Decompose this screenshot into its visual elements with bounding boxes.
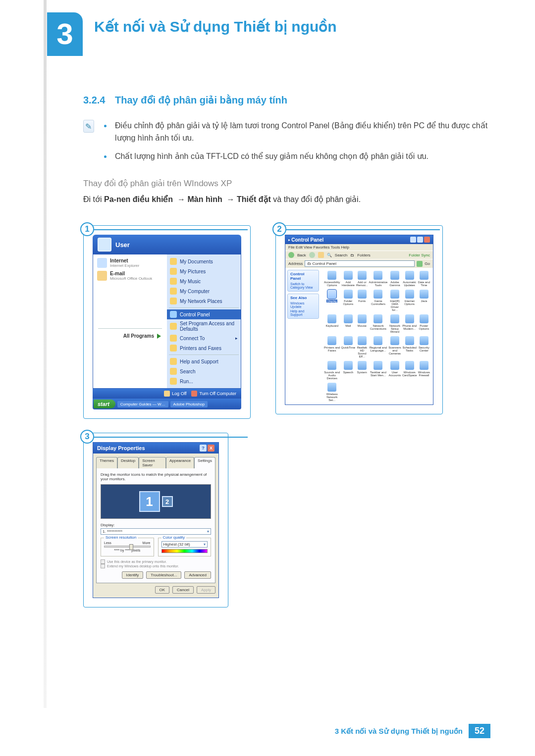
up-icon[interactable] [318,252,324,258]
log-off-button[interactable]: Log Off [164,391,186,397]
applet-icon [344,314,353,323]
ok-button[interactable]: OK [155,586,170,594]
start-menu-item[interactable]: Run... [167,376,241,386]
control-panel-icon[interactable]: Speech [341,361,355,380]
tab-desktop[interactable]: Desktop [117,457,139,468]
start-menu-item[interactable]: Connect To▸ [167,333,241,343]
color-preview [161,549,208,553]
control-panel-icon[interactable]: Automatic Updates [402,271,417,287]
control-panel-icon[interactable]: Add Hardware [341,271,355,287]
applet-icon [390,336,399,345]
all-programs[interactable]: All Programs [96,330,164,342]
taskbar-item[interactable]: Adobe Photoshop [170,401,208,407]
control-panel-icon[interactable]: Game Controllers [369,290,388,311]
tab-themes[interactable]: Themes [96,457,117,468]
back-icon[interactable] [288,252,294,258]
control-panel-icon[interactable]: Network Setup Wizard [388,314,401,333]
start-menu-item[interactable]: Search [167,366,241,376]
identify-button[interactable]: Identify [122,571,144,579]
control-panel-icon[interactable]: Sounds and Audio Devices [324,361,340,380]
start-menu-item[interactable]: Help and Support [167,356,241,366]
start-menu-item[interactable]: Printers and Faxes [167,343,241,353]
monitor-2[interactable]: 2 [162,496,173,507]
start-menu-item[interactable]: My Pictures [167,266,241,276]
close-button[interactable] [424,237,430,243]
start-menu-item[interactable]: My Documents [167,256,241,266]
start-menu: User InternetInternet Explorer E-m [93,235,241,409]
control-panel-icon[interactable]: Display [324,290,340,311]
start-menu-item[interactable]: Control Panel [167,309,241,319]
info-icon: ✎ [83,120,94,133]
control-panel-icon[interactable]: Administrative Tools [369,271,388,287]
control-panel-icon[interactable]: Fonts [356,290,368,311]
start-button[interactable]: start [94,400,115,408]
advanced-button[interactable]: Advanced [184,571,211,579]
control-panel-icon[interactable]: Intel(R) GMA Driver for... [388,290,401,311]
control-panel-icon[interactable]: Security Center [418,336,430,358]
control-panel-icon[interactable]: Realtek HD Sound Eff... [356,336,368,358]
help-button[interactable]: ? [200,445,207,452]
display-select[interactable]: 1. ********** ▾ [101,528,211,535]
monitor-1[interactable]: 1 [139,491,160,512]
start-menu-item[interactable]: My Music [167,276,241,286]
folder-icon [170,358,177,365]
control-panel-icon[interactable]: Add or Remov... [356,271,368,287]
control-panel-icon[interactable]: Accessibility Options [324,271,340,287]
side-pane-link[interactable]: Switch to Category View [290,282,316,290]
tab-settings[interactable]: Settings [194,457,215,468]
pinned-internet[interactable]: InternetInternet Explorer [96,256,164,269]
control-panel-icon[interactable]: Phone and Modem... [402,314,417,333]
control-panel-icon[interactable]: Keyboard [324,314,340,333]
control-panel-icon[interactable]: Internet Options [402,290,417,311]
control-panel-icon[interactable]: System [356,361,368,380]
control-panel-icon[interactable]: Folder Options [341,290,355,311]
taskbar-item[interactable]: Computer Guides — W… [117,401,168,407]
folders-icon[interactable]: 🗀 [350,253,354,257]
side-pane-link[interactable]: Help and Support [290,309,316,317]
control-panel-icon[interactable]: Windows Firewall [418,361,430,380]
tab-appearance[interactable]: Appearance [166,457,194,468]
start-menu-item[interactable]: My Computer [167,286,241,296]
color-quality-select[interactable]: Highest (32 bit) ▾ [161,541,208,548]
cancel-button[interactable]: Cancel [172,586,194,594]
go-button[interactable] [417,261,423,267]
start-menu-item[interactable]: My Network Places [167,296,241,306]
close-button[interactable]: X [208,445,214,452]
applet-icon [374,361,382,370]
maximize-button[interactable] [417,237,423,243]
page-number: 52 [469,724,490,738]
pinned-email[interactable]: E-mailMicrosoft Office Outlook [96,269,164,282]
search-icon[interactable]: 🔍 [327,253,332,257]
control-panel-icon[interactable]: Mail [341,314,355,333]
control-panel-icon[interactable]: Taskbar and Start Men... [369,361,388,380]
section-number: 3.2.4 [83,95,105,105]
menu-bar[interactable]: File Edit View Favorites Tools Help [285,244,433,251]
control-panel-icon[interactable]: Java [418,290,430,311]
minimize-button[interactable] [410,237,416,243]
control-panel-icon[interactable]: Scheduled Tasks [402,336,417,358]
control-panel-icon[interactable]: Power Options [418,314,430,333]
forward-icon[interactable] [309,252,315,258]
address-field[interactable]: 🗀 Control Panel [305,260,415,267]
control-panel-icon[interactable]: Date and Time [418,271,430,287]
resolution-slider[interactable] [104,546,151,548]
control-panel-icon[interactable]: QuickTime [341,336,355,358]
apply-button[interactable]: Apply [197,586,215,594]
slider-thumb[interactable] [129,544,133,550]
control-panel-icon[interactable]: Printers and Faxes [324,336,340,358]
sync-icon[interactable]: Folder Sync [409,253,430,257]
tab-screen-saver[interactable]: Screen Saver [139,457,166,468]
control-panel-icon[interactable]: Scanners and Cameras [388,336,401,358]
control-panel-icon[interactable]: Mouse [356,314,368,333]
control-panel-icon[interactable]: Wireless Network Set... [324,383,340,402]
troubleshoot-button[interactable]: Troubleshoot... [146,571,181,579]
control-panel-icon[interactable]: Network Connections [369,314,388,333]
side-pane-link[interactable]: Windows Update [290,301,316,309]
control-panel-icon[interactable]: User Accounts [388,361,401,380]
control-panel-icon[interactable]: Adobe Gamma [388,271,401,287]
monitor-arrangement-area[interactable]: 1 2 [101,484,211,519]
control-panel-icon[interactable]: Windows CardSpace [402,361,417,380]
control-panel-icon[interactable]: Regional and Language... [369,336,388,358]
turn-off-button[interactable]: Turn Off Computer [191,391,236,397]
start-menu-item[interactable]: Set Program Access and Defaults [167,319,241,333]
